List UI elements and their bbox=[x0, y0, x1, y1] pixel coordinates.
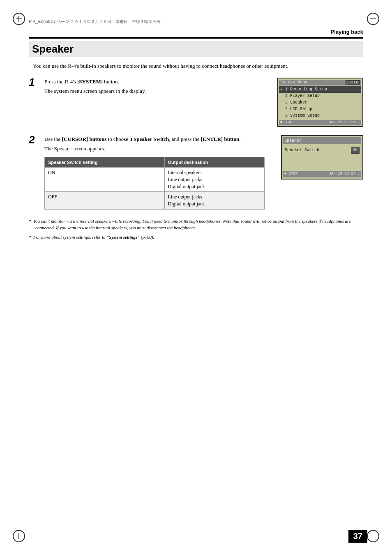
speaker-lcd: Speaker Speaker Switch ON ■ STOP JAN 19 … bbox=[281, 135, 363, 180]
lcd-title: System Menu bbox=[280, 80, 307, 85]
lcd-footer: ■ STOP JAN 21 15:21 ♪ bbox=[279, 120, 361, 125]
step1-container: 1 Press the R-4's [SYSTEM] button. The s… bbox=[29, 78, 363, 127]
lcd-row-2: 2 Player Setup bbox=[279, 93, 361, 99]
settings-table: Speaker Switch setting Output destinatio… bbox=[44, 157, 265, 210]
table-setting-off: OFF bbox=[45, 192, 165, 210]
step1-screen: System Menu ENTER ▸ 1 Recording Setup 2 … bbox=[277, 78, 363, 127]
page-number: 37 bbox=[348, 530, 367, 543]
speaker-switch-label: Speaker Switch bbox=[285, 147, 319, 153]
lcd-row-3: 3 Speaker bbox=[279, 99, 361, 106]
bottom-rule bbox=[29, 526, 363, 527]
table-row: ON Internal speakersLine output jacksDig… bbox=[45, 168, 265, 192]
step1-sub: The system menu screen appears in the di… bbox=[44, 87, 269, 95]
section-heading: Speaker bbox=[29, 41, 363, 57]
speaker-lcd-header: Speaker bbox=[283, 137, 361, 144]
step1-instruction: Press the R-4's [SYSTEM] button. bbox=[44, 78, 269, 86]
step2-left: Use the [CURSOR] buttons to choose 3 Spe… bbox=[44, 135, 265, 210]
lcd-enter-btn: ENTER bbox=[346, 80, 360, 85]
table-output-off: Line output jacksDigital output jack bbox=[164, 192, 264, 210]
corner-mark-bl bbox=[12, 529, 26, 543]
note-2: * For more about system settings, refer … bbox=[29, 234, 363, 241]
step2-container: 2 Use the [CURSOR] buttons to choose 3 S… bbox=[29, 135, 363, 210]
lcd-header: System Menu ENTER bbox=[279, 80, 361, 85]
page-header: Playing back bbox=[29, 29, 363, 38]
step2-content: Use the [CURSOR] buttons to choose 3 Spe… bbox=[44, 135, 363, 210]
lcd-row-1: ▸ 1 Recording Setup bbox=[279, 86, 361, 93]
main-content: Speaker You can use the R-4's built-in s… bbox=[29, 41, 363, 522]
table-col1-header: Speaker Switch setting bbox=[45, 157, 165, 168]
page: R-4_e.book 37 ページ ２０１５年２月１０日 木曜日 午後３時３６分… bbox=[0, 0, 392, 555]
step2-sub: The Speaker screen appears. bbox=[44, 145, 265, 153]
lcd-time: JAN 21 15:21 ♪ bbox=[329, 120, 360, 124]
table-row: OFF Line output jacksDigital output jack bbox=[45, 192, 265, 210]
corner-mark-br bbox=[366, 529, 380, 543]
corner-mark-tr bbox=[366, 12, 380, 26]
speaker-screen: Speaker Speaker Switch ON ■ STOP JAN 19 … bbox=[281, 135, 363, 210]
header-rule bbox=[29, 38, 363, 39]
note-1: * You can't monitor via the internal spe… bbox=[29, 218, 363, 231]
speaker-switch-row: Speaker Switch ON bbox=[283, 146, 361, 155]
step2-number: 2 bbox=[29, 134, 41, 145]
lcd-row-4: 4 LCD Setup bbox=[279, 106, 361, 113]
notes-section: * You can't monitor via the internal spe… bbox=[29, 218, 363, 241]
speaker-stop: ■ STOP bbox=[284, 171, 297, 177]
corner-mark-tl bbox=[12, 12, 26, 26]
table-col2-header: Output destination bbox=[164, 157, 264, 168]
lcd-stop: ■ STOP bbox=[280, 120, 293, 124]
speaker-on-btn: ON bbox=[351, 147, 360, 154]
step2-instruction: Use the [CURSOR] buttons to choose 3 Spe… bbox=[44, 135, 265, 143]
step2-inner: Use the [CURSOR] buttons to choose 3 Spe… bbox=[44, 135, 363, 210]
lcd-row-5: 5 System Setup bbox=[279, 113, 361, 119]
step1-number: 1 bbox=[29, 77, 41, 88]
speaker-lcd-footer: ■ STOP JAN 19 20:57 ♪ bbox=[283, 171, 361, 177]
system-menu-lcd: System Menu ENTER ▸ 1 Recording Setup 2 … bbox=[277, 78, 363, 127]
step1-content: Press the R-4's [SYSTEM] button. The sys… bbox=[44, 78, 269, 97]
header-title: Playing back bbox=[331, 29, 363, 35]
top-metadata: R-4_e.book 37 ページ ２０１５年２月１０日 木曜日 午後３時３６分 bbox=[29, 19, 161, 25]
intro-text: You can use the R-4's built-in speakers … bbox=[33, 62, 363, 70]
speaker-time: JAN 19 20:57 ♪ bbox=[329, 171, 360, 177]
table-setting-on: ON bbox=[45, 168, 165, 192]
table-output-on: Internal speakersLine output jacksDigita… bbox=[164, 168, 264, 192]
